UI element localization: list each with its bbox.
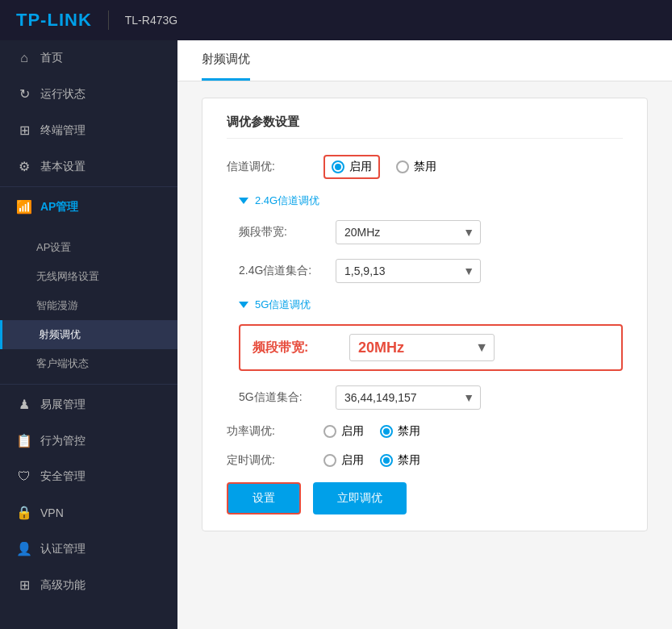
sidebar-item-behavior[interactable]: 📋 行为管控 [0, 423, 177, 459]
sidebar-item-advanced[interactable]: ⊞ 高级功能 [0, 567, 177, 603]
channel-opt-row: 信道调优: 启用 禁用 [227, 155, 623, 179]
easymanage-icon: ♟ [16, 397, 32, 412]
sidebar-label-basic: 基本设置 [40, 160, 86, 174]
sidebar-item-basic[interactable]: ⚙ 基本设置 [0, 148, 177, 185]
timer-disable-label: 禁用 [398, 453, 420, 468]
sidebar-item-vpn[interactable]: 🔒 VPN [0, 494, 177, 531]
power-enable-radio[interactable] [323, 425, 336, 438]
sidebar-item-security[interactable]: 🛡 安全管理 [0, 459, 177, 494]
sidebar-label-ap-setup: AP设置 [36, 240, 71, 255]
channel-set5-select-wrapper: 36,44,149,157 36,40,44,48 ▼ [336, 385, 481, 410]
power-opt-label: 功率调优: [227, 424, 323, 439]
ap-icon: 📶 [16, 199, 32, 215]
timer-opt-row: 定时调优: 启用 禁用 [227, 453, 623, 468]
sidebar-item-wireless[interactable]: 无线网络设置 [0, 262, 177, 291]
band24-header: 2.4G信道调优 [239, 194, 623, 208]
sidebar-item-ap-setup[interactable]: AP设置 [0, 233, 177, 262]
tab-label: 射频调优 [202, 52, 250, 65]
bandwidth5-row-highlight: 频段带宽: 20MHz 80MHz 160MHz ▼ [239, 324, 623, 371]
sidebar-item-auth[interactable]: 👤 认证管理 [0, 531, 177, 567]
channel-set5-select[interactable]: 36,44,149,157 36,40,44,48 [336, 385, 481, 410]
sidebar-item-roaming[interactable]: 智能漫游 [0, 291, 177, 320]
sidebar-label-vpn: VPN [40, 506, 64, 519]
power-opt-row: 功率调优: 启用 禁用 [227, 424, 623, 439]
advanced-icon: ⊞ [16, 577, 32, 593]
auth-icon: 👤 [16, 541, 32, 556]
bandwidth24-row: 频段带宽: 20MHz 40MHz ▼ [239, 220, 623, 244]
params-section: 调优参数设置 信道调优: 启用 禁用 [202, 98, 648, 531]
security-icon: 🛡 [16, 469, 32, 484]
channel-set24-select[interactable]: 1,5,9,13 1,6,11 [336, 259, 481, 283]
section-title: 调优参数设置 [227, 115, 623, 139]
channel-opt-label: 信道调优: [227, 160, 323, 174]
button-area: 设置 立即调优 [227, 482, 623, 514]
channel-disable-label: 禁用 [414, 160, 436, 174]
band5-header: 5G信道调优 [239, 298, 623, 312]
sidebar-label-terminal: 终端管理 [40, 123, 86, 138]
sidebar-item-status[interactable]: ↻ 运行状态 [0, 76, 177, 112]
band24-triangle [239, 198, 248, 204]
channel-set24-label: 2.4G信道集合: [239, 264, 336, 278]
channel-enable-label: 启用 [349, 160, 372, 174]
bandwidth5-label: 频段带宽: [253, 339, 349, 356]
power-disable-radio[interactable] [380, 425, 393, 438]
power-disable-label: 禁用 [398, 424, 420, 439]
sidebar-item-terminal[interactable]: ⊞ 终端管理 [0, 112, 177, 148]
sidebar-item-ap[interactable]: 📶 AP管理 [0, 189, 177, 225]
band5-triangle [239, 302, 248, 308]
timer-enable-label: 启用 [341, 453, 364, 468]
sidebar-label-advanced: 高级功能 [40, 578, 86, 593]
header-divider [108, 10, 109, 30]
timer-enable-item[interactable]: 启用 [323, 453, 364, 468]
power-disable-item[interactable]: 禁用 [380, 424, 420, 439]
channel-set5-row: 5G信道集合: 36,44,149,157 36,40,44,48 ▼ [239, 385, 623, 410]
tab-bar: 射频调优 [177, 40, 672, 81]
timer-enable-radio[interactable] [323, 454, 336, 467]
tab-rf-opt[interactable]: 射频调优 [202, 40, 250, 81]
sidebar-label-ap: AP管理 [40, 200, 78, 215]
sidebar-item-client-status[interactable]: 客户端状态 [0, 349, 177, 378]
power-enable-label: 启用 [341, 424, 364, 439]
band5-section: 5G信道调优 频段带宽: 20MHz 80MHz 160MHz ▼ [227, 298, 623, 410]
power-radio-group: 启用 禁用 [323, 424, 420, 439]
channel-enable-highlight: 启用 [323, 155, 380, 179]
immediate-button[interactable]: 立即调优 [313, 482, 407, 514]
vpn-icon: 🔒 [16, 505, 32, 520]
sidebar-divider [0, 186, 177, 187]
channel-set24-select-wrapper: 1,5,9,13 1,6,11 ▼ [336, 259, 481, 283]
band5-label: 5G信道调优 [255, 298, 311, 312]
behavior-icon: 📋 [16, 433, 32, 448]
sidebar-item-rf-opt[interactable]: 射频调优 [0, 320, 177, 349]
sidebar-item-home[interactable]: ⌂ 首页 [0, 40, 177, 76]
channel-enable-radio[interactable] [332, 160, 344, 173]
timer-disable-item[interactable]: 禁用 [380, 453, 420, 468]
sidebar-ap-submenu: AP设置 无线网络设置 智能漫游 射频调优 客户端状态 [0, 225, 177, 382]
bandwidth5-select[interactable]: 20MHz 80MHz 160MHz [349, 334, 495, 361]
sidebar-label-auth: 认证管理 [40, 542, 86, 556]
channel-set5-label: 5G信道集合: [239, 390, 336, 405]
bandwidth24-select-wrapper: 20MHz 40MHz ▼ [336, 220, 481, 244]
sidebar-label-easymanage: 易展管理 [40, 398, 86, 412]
sidebar-divider2 [0, 384, 177, 385]
sidebar-label-status: 运行状态 [40, 87, 86, 102]
timer-disable-radio[interactable] [380, 454, 393, 467]
band24-section: 2.4G信道调优 频段带宽: 20MHz 40MHz ▼ [227, 194, 623, 283]
main-layout: ⌂ 首页 ↻ 运行状态 ⊞ 终端管理 ⚙ 基本设置 📶 AP管理 AP设置 无线… [0, 40, 672, 629]
power-enable-item[interactable]: 启用 [323, 424, 364, 439]
timer-radio-group: 启用 禁用 [323, 453, 420, 468]
set-button[interactable]: 设置 [227, 482, 301, 514]
bandwidth24-select[interactable]: 20MHz 40MHz [336, 220, 481, 244]
bandwidth5-select-wrapper: 20MHz 80MHz 160MHz ▼ [349, 334, 495, 361]
channel-disable-item[interactable]: 禁用 [396, 160, 436, 174]
sidebar-label-rf-opt: 射频调优 [39, 327, 81, 342]
sidebar-label-roaming: 智能漫游 [36, 298, 78, 313]
sidebar-label-home: 首页 [40, 51, 63, 65]
sidebar-label-security: 安全管理 [40, 469, 86, 484]
bandwidth24-label: 频段带宽: [239, 225, 336, 240]
status-icon: ↻ [16, 86, 32, 102]
band24-label: 2.4G信道调优 [255, 194, 319, 208]
sidebar-label-behavior: 行为管控 [40, 434, 86, 448]
channel-disable-radio[interactable] [396, 160, 409, 173]
sidebar-item-easymanage[interactable]: ♟ 易展管理 [0, 386, 177, 423]
content-area: 射频调优 调优参数设置 信道调优: 启用 禁用 [177, 40, 672, 629]
